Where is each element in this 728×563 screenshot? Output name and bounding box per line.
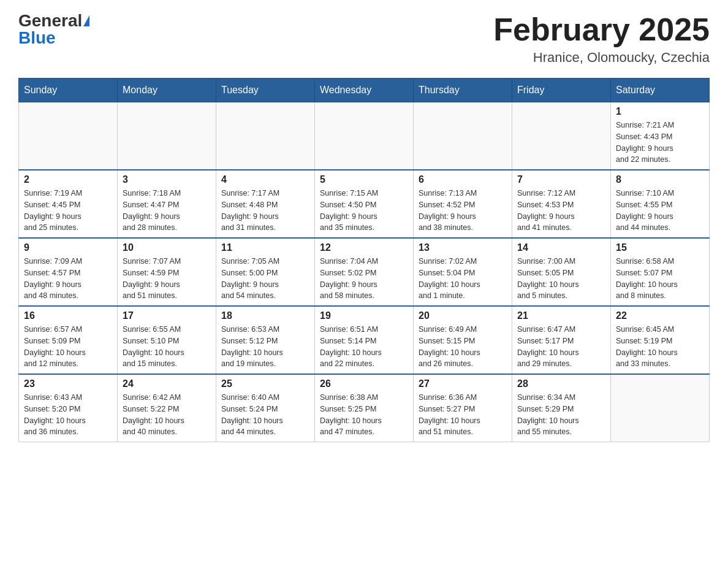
day-info: Sunrise: 7:21 AM Sunset: 4:43 PM Dayligh…	[616, 120, 704, 166]
calendar-cell: 4Sunrise: 7:17 AM Sunset: 4:48 PM Daylig…	[216, 170, 315, 238]
calendar-cell: 24Sunrise: 6:42 AM Sunset: 5:22 PM Dayli…	[118, 374, 216, 442]
calendar-week-row: 1Sunrise: 7:21 AM Sunset: 4:43 PM Daylig…	[19, 102, 710, 170]
day-number: 28	[517, 378, 605, 389]
calendar-cell: 22Sunrise: 6:45 AM Sunset: 5:19 PM Dayli…	[611, 306, 710, 374]
day-number: 23	[24, 378, 112, 389]
weekday-header-wednesday: Wednesday	[315, 79, 414, 102]
day-info: Sunrise: 7:09 AM Sunset: 4:57 PM Dayligh…	[24, 256, 112, 302]
calendar-cell: 16Sunrise: 6:57 AM Sunset: 5:09 PM Dayli…	[19, 306, 118, 374]
day-info: Sunrise: 7:10 AM Sunset: 4:55 PM Dayligh…	[616, 188, 704, 234]
day-number: 25	[221, 378, 309, 389]
day-number: 16	[24, 310, 112, 321]
day-info: Sunrise: 7:13 AM Sunset: 4:52 PM Dayligh…	[419, 188, 507, 234]
day-info: Sunrise: 6:43 AM Sunset: 5:20 PM Dayligh…	[24, 392, 112, 438]
weekday-header-monday: Monday	[118, 79, 216, 102]
day-number: 21	[517, 310, 605, 321]
calendar-cell: 12Sunrise: 7:04 AM Sunset: 5:02 PM Dayli…	[315, 238, 414, 306]
day-info: Sunrise: 6:38 AM Sunset: 5:25 PM Dayligh…	[320, 392, 408, 438]
day-number: 7	[517, 174, 605, 185]
day-number: 26	[320, 378, 408, 389]
day-number: 5	[320, 174, 408, 185]
title-block: February 2025 Hranice, Olomoucky, Czechi…	[493, 12, 710, 66]
day-info: Sunrise: 6:45 AM Sunset: 5:19 PM Dayligh…	[616, 324, 704, 370]
calendar-cell: 6Sunrise: 7:13 AM Sunset: 4:52 PM Daylig…	[414, 170, 512, 238]
calendar-cell: 28Sunrise: 6:34 AM Sunset: 5:29 PM Dayli…	[512, 374, 611, 442]
day-info: Sunrise: 6:55 AM Sunset: 5:10 PM Dayligh…	[123, 324, 211, 370]
weekday-header-sunday: Sunday	[19, 79, 118, 102]
day-info: Sunrise: 6:36 AM Sunset: 5:27 PM Dayligh…	[419, 392, 507, 438]
day-info: Sunrise: 7:19 AM Sunset: 4:45 PM Dayligh…	[24, 188, 112, 234]
calendar-cell: 27Sunrise: 6:36 AM Sunset: 5:27 PM Dayli…	[414, 374, 512, 442]
calendar-week-row: 23Sunrise: 6:43 AM Sunset: 5:20 PM Dayli…	[19, 374, 710, 442]
day-info: Sunrise: 7:07 AM Sunset: 4:59 PM Dayligh…	[123, 256, 211, 302]
day-number: 10	[123, 242, 211, 253]
day-info: Sunrise: 7:04 AM Sunset: 5:02 PM Dayligh…	[320, 256, 408, 302]
calendar-table: SundayMondayTuesdayWednesdayThursdayFrid…	[18, 78, 710, 442]
weekday-header-thursday: Thursday	[414, 79, 512, 102]
day-number: 15	[616, 242, 704, 253]
day-info: Sunrise: 7:05 AM Sunset: 5:00 PM Dayligh…	[221, 256, 309, 302]
day-info: Sunrise: 7:00 AM Sunset: 5:05 PM Dayligh…	[517, 256, 605, 302]
month-title: February 2025	[493, 12, 710, 47]
calendar-week-row: 16Sunrise: 6:57 AM Sunset: 5:09 PM Dayli…	[19, 306, 710, 374]
weekday-header-tuesday: Tuesday	[216, 79, 315, 102]
day-number: 17	[123, 310, 211, 321]
calendar-cell: 1Sunrise: 7:21 AM Sunset: 4:43 PM Daylig…	[611, 102, 710, 170]
calendar-cell: 2Sunrise: 7:19 AM Sunset: 4:45 PM Daylig…	[19, 170, 118, 238]
location-title: Hranice, Olomoucky, Czechia	[493, 50, 710, 66]
logo-blue-text: Blue	[18, 29, 56, 47]
calendar-cell: 18Sunrise: 6:53 AM Sunset: 5:12 PM Dayli…	[216, 306, 315, 374]
calendar-cell: 3Sunrise: 7:18 AM Sunset: 4:47 PM Daylig…	[118, 170, 216, 238]
calendar-cell	[611, 374, 710, 442]
calendar-cell: 7Sunrise: 7:12 AM Sunset: 4:53 PM Daylig…	[512, 170, 611, 238]
day-info: Sunrise: 7:17 AM Sunset: 4:48 PM Dayligh…	[221, 188, 309, 234]
day-info: Sunrise: 6:42 AM Sunset: 5:22 PM Dayligh…	[123, 392, 211, 438]
day-number: 8	[616, 174, 704, 185]
calendar-cell: 5Sunrise: 7:15 AM Sunset: 4:50 PM Daylig…	[315, 170, 414, 238]
calendar-cell	[216, 102, 315, 170]
calendar-cell: 8Sunrise: 7:10 AM Sunset: 4:55 PM Daylig…	[611, 170, 710, 238]
page-header: General Blue February 2025 Hranice, Olom…	[18, 12, 710, 66]
day-number: 6	[419, 174, 507, 185]
calendar-cell	[118, 102, 216, 170]
day-info: Sunrise: 7:02 AM Sunset: 5:04 PM Dayligh…	[419, 256, 507, 302]
day-number: 18	[221, 310, 309, 321]
calendar-cell	[315, 102, 414, 170]
day-number: 20	[419, 310, 507, 321]
day-info: Sunrise: 7:12 AM Sunset: 4:53 PM Dayligh…	[517, 188, 605, 234]
day-info: Sunrise: 6:49 AM Sunset: 5:15 PM Dayligh…	[419, 324, 507, 370]
calendar-cell: 20Sunrise: 6:49 AM Sunset: 5:15 PM Dayli…	[414, 306, 512, 374]
calendar-cell: 23Sunrise: 6:43 AM Sunset: 5:20 PM Dayli…	[19, 374, 118, 442]
day-number: 11	[221, 242, 309, 253]
calendar-cell: 9Sunrise: 7:09 AM Sunset: 4:57 PM Daylig…	[19, 238, 118, 306]
calendar-cell: 17Sunrise: 6:55 AM Sunset: 5:10 PM Dayli…	[118, 306, 216, 374]
day-number: 2	[24, 174, 112, 185]
calendar-cell	[512, 102, 611, 170]
logo: General Blue	[18, 12, 89, 47]
day-number: 12	[320, 242, 408, 253]
day-number: 24	[123, 378, 211, 389]
calendar-cell	[19, 102, 118, 170]
calendar-cell: 10Sunrise: 7:07 AM Sunset: 4:59 PM Dayli…	[118, 238, 216, 306]
logo-general-text: General	[18, 12, 82, 29]
day-info: Sunrise: 6:57 AM Sunset: 5:09 PM Dayligh…	[24, 324, 112, 370]
day-info: Sunrise: 6:51 AM Sunset: 5:14 PM Dayligh…	[320, 324, 408, 370]
weekday-header-saturday: Saturday	[611, 79, 710, 102]
calendar-week-row: 9Sunrise: 7:09 AM Sunset: 4:57 PM Daylig…	[19, 238, 710, 306]
day-number: 1	[616, 106, 704, 117]
calendar-week-row: 2Sunrise: 7:19 AM Sunset: 4:45 PM Daylig…	[19, 170, 710, 238]
calendar-cell: 14Sunrise: 7:00 AM Sunset: 5:05 PM Dayli…	[512, 238, 611, 306]
day-number: 4	[221, 174, 309, 185]
calendar-cell: 11Sunrise: 7:05 AM Sunset: 5:00 PM Dayli…	[216, 238, 315, 306]
calendar-cell: 13Sunrise: 7:02 AM Sunset: 5:04 PM Dayli…	[414, 238, 512, 306]
calendar-cell: 19Sunrise: 6:51 AM Sunset: 5:14 PM Dayli…	[315, 306, 414, 374]
day-info: Sunrise: 6:40 AM Sunset: 5:24 PM Dayligh…	[221, 392, 309, 438]
day-info: Sunrise: 6:34 AM Sunset: 5:29 PM Dayligh…	[517, 392, 605, 438]
day-number: 22	[616, 310, 704, 321]
day-info: Sunrise: 7:15 AM Sunset: 4:50 PM Dayligh…	[320, 188, 408, 234]
day-info: Sunrise: 6:53 AM Sunset: 5:12 PM Dayligh…	[221, 324, 309, 370]
day-number: 3	[123, 174, 211, 185]
calendar-cell: 25Sunrise: 6:40 AM Sunset: 5:24 PM Dayli…	[216, 374, 315, 442]
calendar-cell	[414, 102, 512, 170]
day-number: 9	[24, 242, 112, 253]
